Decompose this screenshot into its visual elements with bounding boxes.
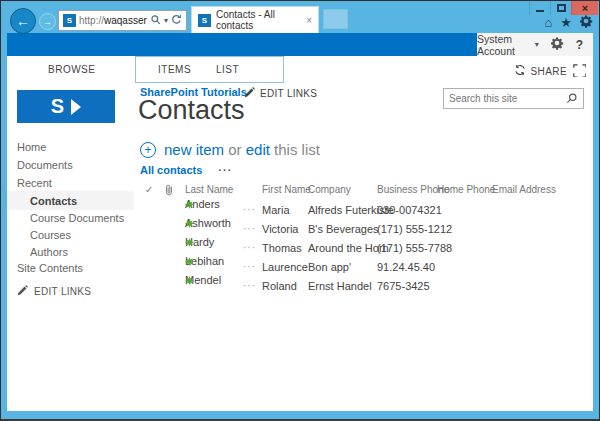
table-row[interactable]: Hardy ··· Thomas Around the Horn (171) 5… [7, 242, 593, 261]
address-bar-icons: ▾ [150, 14, 182, 27]
cell-business-phone: 7675-3425 [377, 280, 430, 292]
favorites-star-icon[interactable]: ★ [560, 16, 572, 29]
share-icon [514, 64, 526, 78]
new-item-badge-icon [185, 276, 194, 285]
column-header-last-name[interactable]: Last Name [185, 184, 233, 195]
forward-arrow-icon: → [43, 17, 52, 27]
page-title: Contacts [138, 95, 245, 126]
sharepoint-favicon: S [198, 14, 211, 27]
new-item-badge-icon [185, 238, 194, 247]
new-item-badge-icon [185, 219, 194, 228]
new-item-badge-icon [185, 257, 194, 266]
new-item-badge-icon [185, 200, 194, 209]
tab-list[interactable]: LIST [216, 64, 239, 75]
tab-items[interactable]: ITEMS [158, 64, 191, 75]
maximize-icon [557, 4, 566, 12]
account-name: System Account [477, 33, 531, 57]
cell-first-name: Maria [262, 204, 290, 216]
item-ellipsis-menu[interactable]: ··· [243, 280, 256, 291]
search-icon[interactable] [566, 92, 578, 106]
item-ellipsis-menu[interactable]: ··· [243, 204, 256, 215]
column-header-company[interactable]: Company [308, 184, 351, 195]
cell-company: B's Beverages [308, 223, 379, 235]
sidebar-item-documents[interactable]: Documents [17, 157, 73, 173]
cell-first-name: Thomas [262, 242, 302, 254]
page-content: S Home Documents Recent Contacts Course … [7, 84, 593, 411]
cell-business-phone: (171) 555-7788 [377, 242, 452, 254]
cell-company: Ernst Handel [308, 280, 372, 292]
close-icon: × [582, 2, 588, 14]
cell-first-name: Laurence [262, 261, 308, 273]
tab-close-icon[interactable]: × [306, 15, 312, 26]
cell-first-name: Victoria [262, 223, 298, 235]
plus-circle-icon[interactable]: + [140, 142, 156, 158]
logo-chevron-icon [71, 99, 81, 115]
cell-company: Bon app' [308, 261, 351, 273]
table-row[interactable]: Lebihan ··· Laurence Bon app' 91.24.45.4… [7, 261, 593, 280]
suite-bar-right: System Account ▾ ? [477, 33, 593, 56]
forward-button[interactable]: → [39, 13, 56, 30]
item-ellipsis-menu[interactable]: ··· [243, 261, 256, 272]
account-menu[interactable]: System Account ▾ [477, 33, 539, 57]
table-header: ✓ Last Name First Name Company Business … [7, 184, 593, 199]
tab-browse[interactable]: BROWSE [48, 64, 95, 75]
share-label: SHARE [531, 66, 567, 77]
new-tab-button[interactable] [323, 9, 348, 29]
search-input[interactable] [449, 93, 562, 104]
table-row[interactable]: Anders ··· Maria Alfreds Futerkiste 030-… [7, 204, 593, 223]
share-button[interactable]: SHARE [514, 64, 567, 78]
sidebar-item-home[interactable]: Home [17, 139, 46, 155]
table-row[interactable]: Ashworth ··· Victoria B's Beverages (171… [7, 223, 593, 242]
attachment-paperclip-icon[interactable] [165, 184, 173, 198]
chevron-down-icon: ▾ [535, 40, 539, 49]
suite-bar: System Account ▾ ? [7, 33, 593, 56]
close-button[interactable]: × [571, 1, 598, 15]
settings-gear-icon[interactable] [551, 37, 564, 52]
search-icon[interactable] [150, 14, 161, 27]
view-tab-all-contacts[interactable]: All contacts [140, 164, 202, 176]
new-item-link[interactable]: new item [164, 141, 224, 158]
browser-tab[interactable]: S Contacts - All contacts × [191, 6, 319, 33]
column-header-home-phone[interactable]: Home Phone [437, 184, 495, 195]
sharepoint-logo[interactable]: S [17, 90, 115, 123]
home-icon[interactable]: ⌂ [544, 16, 552, 29]
sharepoint-favicon: S [63, 14, 76, 27]
column-header-first-name[interactable]: First Name [262, 184, 311, 195]
tab-title: Contacts - All contacts [216, 9, 301, 31]
select-all-checkmark-icon[interactable]: ✓ [145, 184, 153, 195]
search-box [443, 88, 584, 109]
cell-first-name: Roland [262, 280, 297, 292]
cell-business-phone: (171) 555-1212 [377, 223, 452, 235]
pencil-icon [244, 87, 255, 100]
table-row[interactable]: Mendel ··· Roland Ernst Handel 7675-3425 [7, 280, 593, 299]
browser-toolbar-icons: ⌂ ★ [544, 15, 593, 30]
url-text: http://waqasserver/sites/dem [79, 15, 147, 26]
list-actions: + new item or edit this list [140, 141, 320, 158]
view-ellipsis-icon[interactable]: ··· [218, 164, 232, 176]
browser-settings-gear-icon[interactable] [580, 15, 593, 30]
window-controls: × [529, 1, 598, 15]
help-button[interactable]: ? [576, 38, 583, 52]
cell-business-phone: 030-0074321 [377, 204, 442, 216]
item-ellipsis-menu[interactable]: ··· [243, 223, 256, 234]
view-selector: All contacts ··· [140, 164, 232, 176]
column-header-email-address[interactable]: Email Address [492, 184, 556, 195]
back-arrow-icon: ← [16, 13, 30, 29]
chevron-down-icon[interactable]: ▾ [164, 16, 168, 25]
back-button[interactable]: ← [10, 8, 36, 34]
edit-list-link[interactable]: edit [246, 141, 270, 158]
header-edit-links[interactable]: EDIT LINKS [244, 87, 317, 100]
cell-business-phone: 91.24.45.40 [377, 261, 435, 273]
address-bar[interactable]: S http://waqasserver/sites/dem ▾ [58, 10, 187, 31]
item-ellipsis-menu[interactable]: ··· [243, 242, 256, 253]
actions-text: new item or edit this list [164, 141, 320, 158]
logo-letter: S [51, 95, 64, 118]
maximize-button[interactable] [550, 1, 571, 15]
focus-on-content-icon[interactable] [573, 63, 586, 81]
suite-bar-brand [7, 33, 477, 56]
minimize-button[interactable] [529, 1, 550, 15]
refresh-icon[interactable] [171, 14, 182, 27]
ribbon: BROWSE ITEMS LIST SHARE [7, 56, 593, 84]
minimize-icon [536, 10, 544, 12]
